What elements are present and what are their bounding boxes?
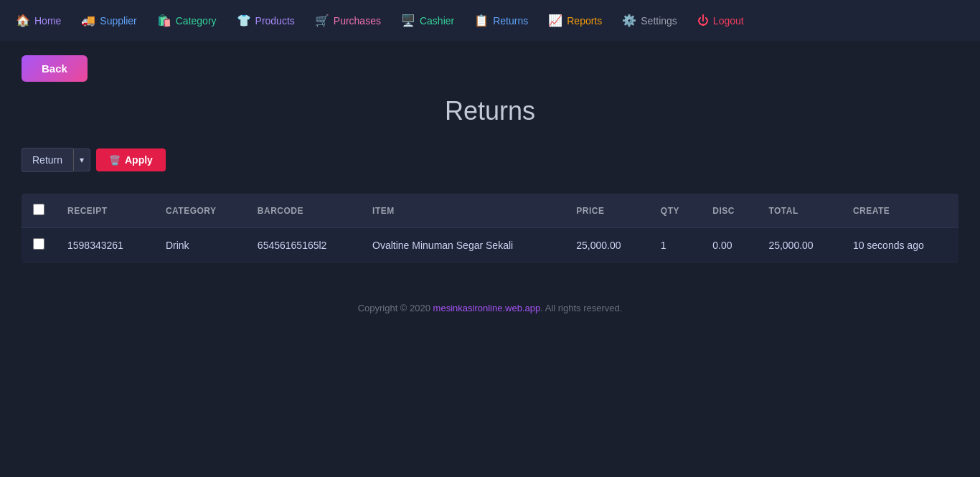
nav-item-category[interactable]: 🛍️Category (149, 9, 225, 32)
nav-label: Supplier (100, 15, 136, 27)
returns-icon: 📋 (474, 14, 489, 27)
page-title: Returns (22, 96, 958, 126)
table-row: 1598343261Drink65456165165l2Ovaltine Min… (22, 228, 958, 263)
apply-icon: 🗑️ (109, 155, 121, 166)
nav-item-products[interactable]: 👕Products (228, 9, 303, 32)
logout-icon: ⏻ (697, 14, 709, 27)
th-item: ITEM (361, 194, 565, 228)
table-body: 1598343261Drink65456165165l2Ovaltine Min… (22, 228, 958, 263)
td-item: Ovaltine Minuman Segar Sekali (361, 228, 565, 263)
toolbar: Return ▾ 🗑️ Apply (22, 148, 958, 172)
th-price: PRICE (565, 194, 649, 228)
nav-label: Home (34, 15, 61, 27)
cashier-icon: 🖥️ (401, 14, 415, 27)
footer-link[interactable]: mesinkasironline.web.app (433, 303, 541, 313)
th-receipt: RECEIPT (56, 194, 154, 228)
reports-icon: 📈 (548, 14, 562, 27)
nav-item-supplier[interactable]: 🚚Supplier (72, 9, 145, 32)
apply-label: Apply (125, 154, 153, 166)
td-create: 10 seconds ago (842, 228, 958, 263)
td-barcode: 65456165165l2 (246, 228, 361, 263)
back-button[interactable]: Back (22, 55, 88, 82)
products-icon: 👕 (237, 14, 251, 27)
home-icon: 🏠 (16, 14, 30, 27)
th-create: CREATE (842, 194, 958, 228)
th-disc: DISC (701, 194, 757, 228)
th-category: CATEGORY (154, 194, 246, 228)
table-head: RECEIPTCATEGORYBARCODEITEMPRICEQTYDISCTO… (22, 194, 958, 228)
td-total: 25,000.00 (757, 228, 842, 263)
nav-item-returns[interactable]: 📋Returns (466, 9, 537, 32)
nav-item-cashier[interactable]: 🖥️Cashier (392, 9, 463, 32)
nav-label: Settings (641, 15, 677, 27)
td-checkbox[interactable] (22, 228, 56, 263)
nav-label: Logout (713, 15, 744, 27)
main-content: Back Returns Return ▾ 🗑️ Apply RECEIPTCA… (0, 41, 980, 277)
nav-label: Reports (567, 15, 602, 27)
td-category: Drink (154, 228, 246, 263)
purchases-icon: 🛒 (315, 14, 329, 27)
nav-label: Category (176, 15, 217, 27)
footer-text: Copyright © 2020 (358, 303, 433, 313)
nav-item-settings[interactable]: ⚙️Settings (613, 9, 686, 32)
returns-table: RECEIPTCATEGORYBARCODEITEMPRICEQTYDISCTO… (22, 194, 958, 263)
supplier-icon: 🚚 (81, 14, 95, 27)
td-disc: 0.00 (701, 228, 757, 263)
td-receipt: 1598343261 (56, 228, 154, 263)
th-barcode: BARCODE (246, 194, 361, 228)
settings-icon: ⚙️ (622, 14, 636, 27)
th-total: TOTAL (757, 194, 842, 228)
nav-item-purchases[interactable]: 🛒Purchases (306, 9, 390, 32)
nav-label: Purchases (334, 15, 381, 27)
return-select[interactable]: Return (22, 148, 73, 172)
row-checkbox[interactable] (33, 238, 44, 250)
apply-button[interactable]: 🗑️ Apply (96, 148, 166, 171)
return-dropdown-button[interactable]: ▾ (73, 148, 90, 171)
nav-label: Products (255, 15, 295, 27)
nav-item-logout[interactable]: ⏻Logout (689, 10, 753, 32)
th-qty: QTY (649, 194, 701, 228)
footer-suffix: . All rights reserved. (540, 303, 622, 313)
td-price: 25,000.00 (565, 228, 649, 263)
main-nav: 🏠Home🚚Supplier🛍️Category👕Products🛒Purcha… (0, 0, 980, 41)
nav-label: Cashier (420, 15, 454, 27)
th-checkbox (22, 194, 56, 228)
nav-label: Returns (493, 15, 528, 27)
nav-item-home[interactable]: 🏠Home (7, 9, 70, 32)
select-all-checkbox[interactable] (33, 204, 44, 215)
footer: Copyright © 2020 mesinkasironline.web.ap… (0, 291, 980, 325)
category-icon: 🛍️ (157, 14, 171, 27)
nav-item-reports[interactable]: 📈Reports (540, 9, 611, 32)
returns-table-wrapper: RECEIPTCATEGORYBARCODEITEMPRICEQTYDISCTO… (22, 194, 958, 263)
td-qty: 1 (649, 228, 701, 263)
